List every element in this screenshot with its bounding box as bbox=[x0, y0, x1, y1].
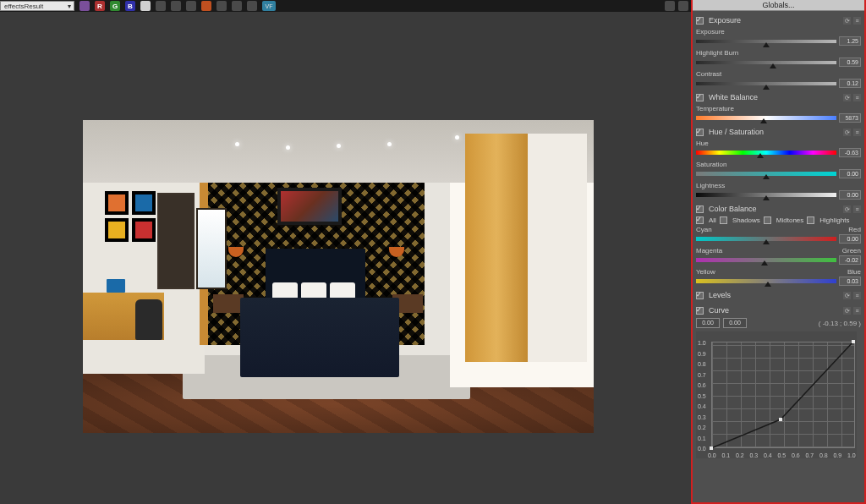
color-balance-slider-1[interactable] bbox=[696, 258, 836, 262]
hue-saturation-slider-2[interactable] bbox=[696, 193, 836, 197]
render-output[interactable] bbox=[83, 120, 594, 433]
color-balance-slider-2[interactable] bbox=[696, 279, 836, 283]
color-balance-slider-row: YellowBlue 0.03 bbox=[696, 268, 861, 286]
exposure-slider-label: Contrast bbox=[696, 70, 721, 78]
tool-icon-6[interactable] bbox=[216, 1, 227, 11]
svg-rect-1 bbox=[779, 418, 782, 421]
cb-all-checkbox[interactable] bbox=[696, 216, 704, 224]
cb-highlights-checkbox[interactable] bbox=[807, 216, 814, 224]
color-balance-value-1[interactable]: -0.02 bbox=[839, 255, 861, 265]
hue-saturation-menu-icon[interactable]: ≡ bbox=[853, 129, 861, 136]
exposure-slider-1[interactable] bbox=[696, 61, 836, 64]
cb-midtones-checkbox[interactable] bbox=[764, 216, 771, 224]
vray-icon[interactable] bbox=[79, 1, 90, 11]
color-balance-menu-icon[interactable]: ≡ bbox=[853, 205, 861, 213]
white-balance-slider-thumb-0[interactable] bbox=[760, 118, 767, 123]
levels-reset-icon[interactable]: ⟳ bbox=[843, 292, 851, 299]
hue-saturation-slider-0[interactable] bbox=[696, 151, 836, 155]
channel-dropdown[interactable]: effectsResult bbox=[0, 1, 74, 11]
exposure-menu-icon[interactable]: ≡ bbox=[853, 17, 861, 25]
hue-saturation-value-0[interactable]: -0.63 bbox=[839, 148, 861, 157]
levels-header: Levels ⟳ ≡ bbox=[696, 289, 861, 301]
panel-title: Globals... bbox=[693, 0, 864, 11]
curve-inputs-row: 0.00 0.00 ( -0.13 ; 0.59 ) bbox=[696, 318, 861, 328]
color-balance-slider-label: Magenta bbox=[696, 247, 722, 255]
channel-b-button[interactable]: B bbox=[125, 1, 135, 11]
color-balance-slider-thumb-0[interactable] bbox=[763, 239, 770, 244]
tool-icon-8[interactable] bbox=[247, 1, 257, 11]
white-balance-menu-icon[interactable]: ≡ bbox=[853, 94, 861, 101]
white-balance-slider-0[interactable] bbox=[696, 116, 836, 120]
color-balance-slider-0[interactable] bbox=[696, 237, 836, 241]
color-balance-slider-row: MagentaGreen -0.02 bbox=[696, 247, 861, 265]
exposure-value-2[interactable]: 0.12 bbox=[839, 79, 861, 88]
color-balance-header: Color Balance ⟳ ≡ bbox=[696, 203, 861, 215]
exposure-slider-0[interactable] bbox=[696, 40, 836, 43]
tool-icon-1[interactable] bbox=[140, 1, 151, 11]
curve-input-x[interactable]: 0.00 bbox=[696, 318, 720, 328]
hue-saturation-reset-icon[interactable]: ⟳ bbox=[843, 129, 851, 136]
white-balance-slider-row: Temperature 5873 bbox=[696, 105, 861, 123]
white-balance-value-0[interactable]: 5873 bbox=[839, 113, 861, 123]
color-balance-value-2[interactable]: 0.03 bbox=[839, 277, 861, 286]
white-balance-header: White Balance ⟳ ≡ bbox=[696, 91, 861, 103]
exposure-slider-row: Contrast 0.12 bbox=[696, 70, 861, 88]
channel-r-button[interactable]: R bbox=[95, 1, 105, 11]
white-balance-enable-checkbox[interactable] bbox=[696, 94, 704, 101]
tool-icon-4[interactable] bbox=[186, 1, 196, 11]
hue-saturation-slider-label: Hue bbox=[696, 140, 709, 147]
color-balance-slider-label: Yellow bbox=[696, 268, 715, 276]
exposure-value-0[interactable]: 1.25 bbox=[839, 36, 861, 46]
hue-saturation-slider-thumb-1[interactable] bbox=[763, 174, 770, 179]
exposure-slider-row: Highlight Burn 0.59 bbox=[696, 49, 861, 67]
color-balance-label: Color Balance bbox=[709, 205, 841, 213]
hue-saturation-slider-row: Saturation 0.00 bbox=[696, 161, 861, 178]
curve-input-y[interactable]: 0.00 bbox=[723, 318, 747, 328]
hue-saturation-enable-checkbox[interactable] bbox=[696, 129, 704, 136]
curve-enable-checkbox[interactable] bbox=[696, 307, 704, 315]
hue-saturation-slider-thumb-2[interactable] bbox=[763, 195, 770, 200]
tool-icon-vf[interactable]: VF bbox=[262, 1, 276, 11]
topright-icon-1[interactable] bbox=[665, 1, 675, 11]
cb-shadows-checkbox[interactable] bbox=[720, 216, 727, 224]
channel-g-button[interactable]: G bbox=[110, 1, 120, 11]
exposure-value-1[interactable]: 0.59 bbox=[839, 58, 861, 67]
hue-saturation-header: Hue / Saturation ⟳ ≡ bbox=[696, 126, 861, 138]
room-scene bbox=[83, 120, 594, 433]
topright-icon-2[interactable] bbox=[678, 1, 688, 11]
white-balance-reset-icon[interactable]: ⟳ bbox=[843, 94, 851, 101]
levels-label: Levels bbox=[709, 291, 841, 299]
hue-saturation-slider-label: Saturation bbox=[696, 161, 726, 168]
hue-saturation-label: Hue / Saturation bbox=[709, 128, 841, 136]
levels-enable-checkbox[interactable] bbox=[696, 292, 704, 299]
exposure-slider-thumb-2[interactable] bbox=[763, 85, 770, 90]
hue-saturation-slider-label: Lightness bbox=[696, 182, 725, 189]
hue-saturation-value-1[interactable]: 0.00 bbox=[839, 169, 861, 178]
exposure-slider-2[interactable] bbox=[696, 82, 836, 85]
exposure-slider-thumb-0[interactable] bbox=[763, 42, 770, 47]
corrections-panel: Globals... Exposure ⟳ ≡ Exposure 1.25 Hi… bbox=[691, 0, 866, 504]
hue-saturation-slider-thumb-0[interactable] bbox=[757, 153, 764, 158]
exposure-slider-thumb-1[interactable] bbox=[770, 63, 776, 68]
tool-icon-7[interactable] bbox=[232, 1, 242, 11]
color-balance-slider-thumb-1[interactable] bbox=[761, 260, 768, 266]
svg-rect-2 bbox=[852, 340, 855, 343]
color-balance-slider-thumb-2[interactable] bbox=[765, 282, 771, 287]
tool-icon-5[interactable] bbox=[201, 1, 211, 11]
svg-rect-0 bbox=[710, 446, 713, 450]
exposure-enable-checkbox[interactable] bbox=[696, 17, 704, 25]
hue-saturation-slider-1[interactable] bbox=[696, 172, 836, 176]
tool-icon-3[interactable] bbox=[171, 1, 181, 11]
color-balance-reset-icon[interactable]: ⟳ bbox=[843, 205, 851, 213]
color-balance-value-0[interactable]: 0.00 bbox=[839, 234, 861, 244]
curve-label: Curve bbox=[709, 306, 841, 315]
curve-coord-readout: ( -0.13 ; 0.59 ) bbox=[819, 320, 861, 327]
hue-saturation-value-2[interactable]: 0.00 bbox=[839, 190, 861, 200]
curve-menu-icon[interactable]: ≡ bbox=[853, 307, 861, 315]
color-balance-enable-checkbox[interactable] bbox=[696, 205, 704, 213]
exposure-reset-icon[interactable]: ⟳ bbox=[843, 17, 851, 25]
curve-graph[interactable]: 1.00.90.80.70.60.50.40.30.20.10.00.00.10… bbox=[696, 331, 857, 458]
curve-reset-icon[interactable]: ⟳ bbox=[843, 307, 851, 315]
levels-menu-icon[interactable]: ≡ bbox=[853, 292, 861, 299]
tool-icon-2[interactable] bbox=[156, 1, 166, 11]
